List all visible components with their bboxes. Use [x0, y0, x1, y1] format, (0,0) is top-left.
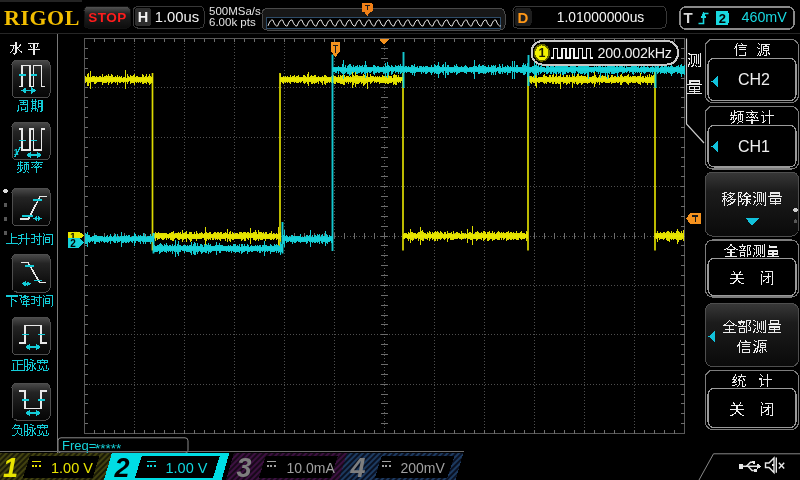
svg-text:4: 4	[350, 453, 366, 480]
svg-text:H: H	[138, 9, 148, 25]
svg-text:RIGOL: RIGOL	[4, 5, 80, 30]
svg-text:3: 3	[237, 453, 252, 480]
svg-text:200mV: 200mV	[401, 460, 446, 476]
svg-text:CH2: CH2	[738, 71, 770, 88]
svg-text:200.002kHz: 200.002kHz	[598, 45, 672, 61]
svg-text:CH1: CH1	[738, 138, 770, 155]
svg-text:T: T	[683, 9, 692, 26]
svg-text:D: D	[518, 9, 529, 26]
svg-text:1.00 V: 1.00 V	[166, 460, 208, 476]
svg-text:460mV: 460mV	[742, 9, 788, 25]
svg-text:1.00 V: 1.00 V	[51, 460, 93, 476]
svg-text:10.0mA: 10.0mA	[287, 460, 336, 476]
svg-text:2: 2	[70, 238, 76, 249]
svg-text:Freq=: Freq=	[62, 438, 96, 453]
svg-text:STOP: STOP	[88, 10, 127, 25]
svg-text:2: 2	[114, 453, 130, 480]
svg-text:1.01000000us: 1.01000000us	[557, 10, 645, 25]
svg-text:1: 1	[539, 46, 546, 60]
svg-text:1: 1	[3, 453, 18, 480]
svg-text:6.00k pts: 6.00k pts	[209, 16, 256, 28]
svg-text:1.00us: 1.00us	[155, 9, 199, 25]
svg-text:2: 2	[719, 11, 726, 26]
